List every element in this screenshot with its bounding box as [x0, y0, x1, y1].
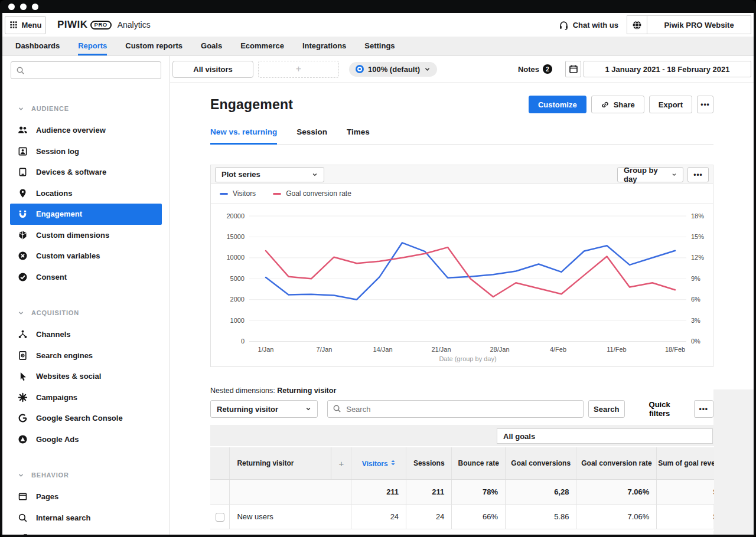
sidebar-item-channels[interactable]: Channels [2, 324, 170, 345]
sidebar-section-header-acquisition[interactable]: ACQUISITION [2, 305, 170, 320]
right-axis-tick: 18% [691, 212, 704, 220]
column-header-returning-visitor[interactable]: Returning visitor+ [230, 447, 351, 480]
brand-suffix: Analytics [118, 20, 151, 30]
report-more-button[interactable]: ••• [697, 96, 713, 113]
nested-value: Returning visitor [277, 387, 336, 395]
sidebar-item-label: Channels [36, 330, 71, 339]
notes-button[interactable]: Notes 2 [518, 64, 552, 74]
column-header-sessions[interactable]: Sessions [406, 447, 452, 480]
nav-tab-custom-reports[interactable]: Custom reports [125, 37, 183, 55]
export-button[interactable]: Export [649, 96, 692, 113]
chevron-down-icon [18, 472, 24, 479]
page-title: Engagement [210, 97, 293, 113]
dimension-label: Returning visitor [217, 405, 278, 414]
sidebar-item-session-log[interactable]: Session log [2, 141, 170, 162]
sidebar-search-input[interactable] [28, 66, 156, 75]
customize-button[interactable]: Customize [529, 96, 586, 113]
goals-group-band: All goals [210, 425, 714, 447]
sidebar-item-websites-social[interactable]: Websites & social [2, 366, 170, 387]
right-axis-tick: 0% [691, 338, 700, 345]
window-minimize-button[interactable] [20, 4, 27, 10]
report-tab-new-vs-returning[interactable]: New vs. returning [210, 127, 277, 145]
chart-more-button[interactable]: ••• [687, 167, 709, 182]
calendar-button[interactable] [565, 61, 581, 77]
chevron-down-icon [672, 172, 677, 178]
app: Menu PIWIK PRO Analytics Chat with us Pi… [2, 13, 754, 535]
table-more-button[interactable]: ••• [694, 400, 713, 418]
segment-all-visitors-button[interactable]: All visitors [172, 61, 253, 78]
sidebar-section-header-behavior[interactable]: BEHAVIOR [2, 467, 170, 483]
sampling-dropdown[interactable]: 100% (default) [349, 62, 437, 77]
search-icon [16, 66, 25, 75]
quick-filters-button[interactable]: Quick filters [631, 400, 689, 418]
plot-series-dropdown[interactable]: Plot series [215, 167, 324, 182]
report-tab-times[interactable]: Times [347, 127, 370, 145]
add-column-button[interactable]: + [331, 447, 351, 479]
sidebar-item-outlinks[interactable]: Outlinks [2, 528, 170, 535]
cell-sessions: 24 [406, 505, 452, 529]
menu-button[interactable]: Menu [5, 16, 46, 34]
x-axis-tick: 1/Jan [258, 346, 274, 353]
nav-tab-integrations[interactable]: Integrations [302, 37, 346, 55]
link-icon [601, 100, 610, 109]
sidebar-item-locations[interactable]: Locations [2, 183, 170, 204]
sidebar-item-engagement[interactable]: Engagement [10, 204, 162, 225]
chat-with-us-button[interactable]: Chat with us [559, 20, 618, 30]
legend-item-goal-conversion-rate[interactable]: Goal conversion rate [273, 189, 351, 198]
sidebar-search[interactable] [11, 61, 161, 79]
sidebar-section-header-audience[interactable]: AUDIENCE [2, 101, 170, 116]
window-zoom-button[interactable] [32, 4, 38, 10]
date-range-picker[interactable]: 1 January 2021 - 18 February 2021 [584, 61, 751, 77]
sidebar-item-search-engines[interactable]: Search engines [2, 345, 170, 366]
row-checkbox[interactable] [216, 513, 224, 522]
cell-goal-conversions: 5.86 [505, 505, 576, 529]
sidebar-item-pages[interactable]: Pages [2, 486, 170, 507]
nav-tab-dashboards[interactable]: Dashboards [15, 37, 60, 55]
nav-tab-goals[interactable]: Goals [201, 37, 222, 55]
legend-swatch [220, 193, 228, 195]
column-header-goal-conversion-rate[interactable]: Goal conversion rate [576, 447, 657, 480]
globe-icon [627, 16, 647, 34]
column-header-bounce-rate[interactable]: Bounce rate [452, 447, 506, 480]
table-search-button[interactable]: Search [588, 400, 625, 418]
dimension-column-label: Returning visitor [230, 459, 331, 467]
share-button[interactable]: Share [591, 96, 644, 113]
sidebar-item-internal-search[interactable]: Internal search [2, 507, 170, 529]
sidebar-item-audience-overview[interactable]: Audience overview [2, 120, 170, 141]
all-goals-dropdown[interactable]: All goals [497, 428, 713, 444]
sidebar-item-google-ads[interactable]: Google Ads [2, 429, 170, 450]
sidebar-item-campaigns[interactable]: Campaigns [2, 387, 170, 408]
column-header-goal-conversions[interactable]: Goal conversions [505, 447, 576, 480]
nav-tab-ecommerce[interactable]: Ecommerce [240, 37, 284, 55]
report-tab-session[interactable]: Session [296, 127, 327, 145]
group-by-dropdown[interactable]: Group by day [617, 167, 683, 182]
window-titlebar [2, 0, 754, 13]
nav-tab-settings[interactable]: Settings [364, 37, 395, 55]
site-picker[interactable]: Piwik PRO Website [627, 15, 751, 34]
sidebar-item-custom-dimensions[interactable]: Custom dimensions [2, 225, 170, 246]
x-axis-tick: 28/Jan [490, 346, 509, 353]
more-dots-icon: ••• [699, 405, 708, 412]
more-dots-icon: ••• [700, 101, 710, 108]
nav-tab-reports[interactable]: Reports [78, 37, 107, 55]
table-search-input[interactable] [327, 400, 583, 418]
sidebar-item-google-search-console[interactable]: Google Search Console [2, 408, 170, 429]
add-segment-button[interactable]: + [258, 61, 339, 78]
x-axis-tick: 21/Jan [431, 346, 451, 353]
window-close-button[interactable] [8, 4, 15, 10]
sidebar-nav: AUDIENCEAudience overviewSession logDevi… [2, 101, 170, 535]
x-axis-tick: 4/Feb [550, 346, 566, 353]
sidebar-item-devices-software[interactable]: Devices & software [2, 162, 170, 183]
column-header-visitors[interactable]: Visitors [351, 447, 406, 480]
dimension-dropdown[interactable]: Returning visitor [210, 400, 318, 418]
section-label: AUDIENCE [31, 105, 69, 112]
row-label-cell[interactable]: New users [230, 505, 351, 529]
left-axis-tick: 10000 [226, 254, 245, 261]
legend-item-visitors[interactable]: Visitors [220, 189, 256, 198]
sidebar-item-consent[interactable]: Consent [2, 267, 170, 288]
sidebar-item-label: Search engines [36, 351, 93, 360]
sidebar-item-custom-variables[interactable]: Custom variables [2, 245, 170, 267]
sidebar-item-label: Engagement [36, 209, 82, 218]
chart-canvas: 00%10003%20006%50009%1000012%1500015%200… [211, 204, 713, 364]
column-header-sum-of-goal-revenue[interactable]: Sum of goal revenue [657, 447, 714, 480]
